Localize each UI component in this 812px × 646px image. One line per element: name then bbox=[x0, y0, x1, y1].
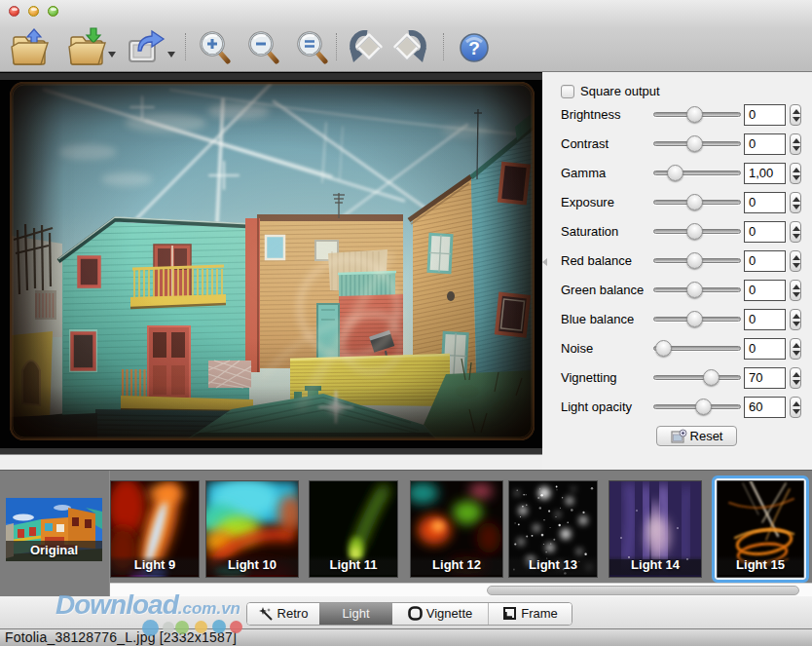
svg-text:?: ? bbox=[468, 38, 480, 58]
